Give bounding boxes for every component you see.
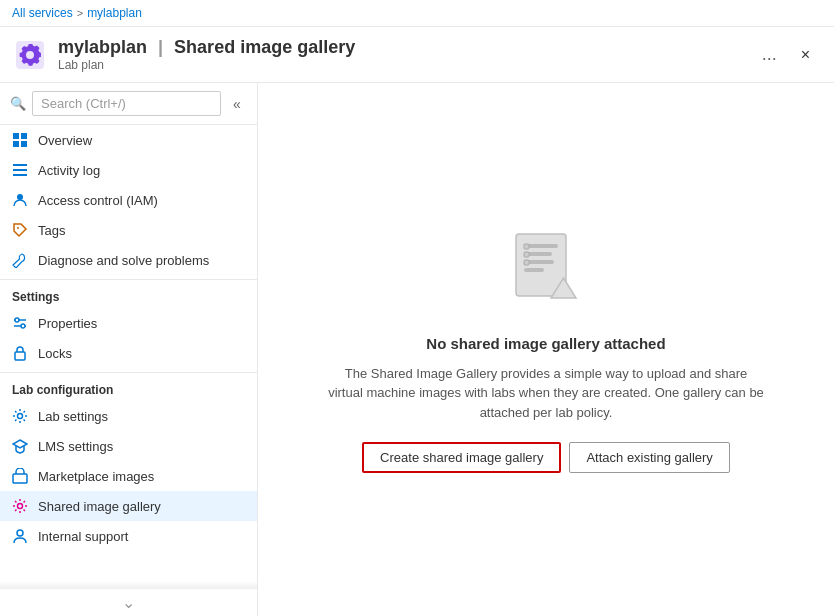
sidebar-item-label: Overview (38, 133, 92, 148)
sidebar-item-activity-log[interactable]: Activity log (0, 155, 257, 185)
main-content: No shared image gallery attached The Sha… (258, 83, 834, 616)
svg-rect-4 (21, 141, 27, 147)
svg-point-9 (17, 227, 19, 229)
gear-icon (12, 408, 28, 424)
breadcrumb-separator: > (77, 7, 83, 19)
svg-rect-5 (13, 164, 27, 166)
tag-icon (12, 222, 28, 238)
svg-rect-25 (524, 244, 529, 249)
breadcrumb-services-link[interactable]: All services (12, 6, 73, 20)
pink-gear-icon (12, 498, 28, 514)
sidebar-item-properties[interactable]: Properties (0, 308, 257, 338)
main-layout: 🔍 « Overview Activity log (0, 83, 834, 616)
create-gallery-button[interactable]: Create shared image gallery (362, 442, 561, 473)
svg-rect-7 (13, 174, 27, 176)
search-input[interactable] (32, 91, 221, 116)
svg-point-18 (18, 504, 23, 509)
sidebar-item-lab-settings[interactable]: Lab settings (0, 401, 257, 431)
sidebar-item-label: Lab settings (38, 409, 108, 424)
sidebar-item-label: Access control (IAM) (38, 193, 158, 208)
sidebar-item-diagnose[interactable]: Diagnose and solve problems (0, 245, 257, 275)
sidebar-item-shared-image-gallery[interactable]: Shared image gallery (0, 491, 257, 521)
svg-marker-16 (13, 440, 27, 448)
svg-point-12 (15, 318, 19, 322)
svg-rect-1 (13, 133, 19, 139)
sidebar-item-lms-settings[interactable]: LMS settings (0, 431, 257, 461)
sliders-icon (12, 315, 28, 331)
attach-gallery-button[interactable]: Attach existing gallery (569, 442, 729, 473)
svg-rect-3 (13, 141, 19, 147)
section-lab-config: Lab configuration (0, 372, 257, 401)
svg-rect-14 (15, 352, 25, 360)
scroll-down-indicator: ⌄ (0, 589, 257, 616)
sidebar-item-label: Properties (38, 316, 97, 331)
list-icon (12, 162, 28, 178)
person-icon (12, 192, 28, 208)
sidebar-item-marketplace-images[interactable]: Marketplace images (0, 461, 257, 491)
svg-point-19 (17, 530, 23, 536)
svg-rect-27 (524, 260, 529, 265)
sidebar-item-label: Marketplace images (38, 469, 154, 484)
svg-rect-26 (524, 252, 529, 257)
sidebar-item-label: Activity log (38, 163, 100, 178)
close-button[interactable]: × (793, 42, 818, 68)
sidebar-item-overview[interactable]: Overview (0, 125, 257, 155)
svg-point-8 (17, 194, 23, 200)
svg-rect-24 (524, 268, 544, 272)
breadcrumb: All services > mylabplan (0, 0, 834, 27)
sidebar-item-label: Shared image gallery (38, 499, 161, 514)
empty-state-description: The Shared Image Gallery provides a simp… (326, 364, 766, 423)
grid-icon (12, 132, 28, 148)
empty-state-title: No shared image gallery attached (426, 335, 665, 352)
breadcrumb-current: mylabplan (87, 6, 142, 20)
sidebar-nav: Overview Activity log Access control (IA… (0, 125, 257, 581)
header-text-group: mylabplan | Shared image gallery Lab pla… (58, 37, 754, 72)
svg-rect-17 (13, 474, 27, 483)
sidebar-item-label: Locks (38, 346, 72, 361)
sidebar-item-locks[interactable]: Locks (0, 338, 257, 368)
section-settings: Settings (0, 279, 257, 308)
page-header: mylabplan | Shared image gallery Lab pla… (0, 27, 834, 83)
sidebar-item-label: LMS settings (38, 439, 113, 454)
empty-state-container: No shared image gallery attached The Sha… (326, 226, 766, 474)
svg-point-15 (18, 414, 23, 419)
svg-point-13 (21, 324, 25, 328)
lock-icon (12, 345, 28, 361)
person2-icon (12, 528, 28, 544)
svg-rect-2 (21, 133, 27, 139)
svg-rect-6 (13, 169, 27, 171)
mortarboard-icon (12, 438, 28, 454)
sidebar: 🔍 « Overview Activity log (0, 83, 258, 616)
sidebar-item-label: Internal support (38, 529, 128, 544)
resource-icon (12, 37, 48, 73)
sidebar-item-label: Diagnose and solve problems (38, 253, 209, 268)
search-icon: 🔍 (10, 96, 26, 111)
collapse-sidebar-button[interactable]: « (227, 94, 247, 114)
wrench-icon (12, 252, 28, 268)
sidebar-item-internal-support[interactable]: Internal support (0, 521, 257, 551)
title-separator: | (158, 37, 163, 57)
store-icon (12, 468, 28, 484)
sidebar-item-tags[interactable]: Tags (0, 215, 257, 245)
header-subtitle: Lab plan (58, 58, 754, 72)
action-buttons-group: Create shared image gallery Attach exist… (362, 442, 730, 473)
sidebar-item-access-control[interactable]: Access control (IAM) (0, 185, 257, 215)
empty-state-icon (496, 226, 596, 319)
header-title: mylabplan | Shared image gallery (58, 37, 754, 58)
sidebar-search-bar: 🔍 « (0, 83, 257, 125)
sidebar-item-label: Tags (38, 223, 65, 238)
more-options-button[interactable]: ... (754, 40, 785, 69)
